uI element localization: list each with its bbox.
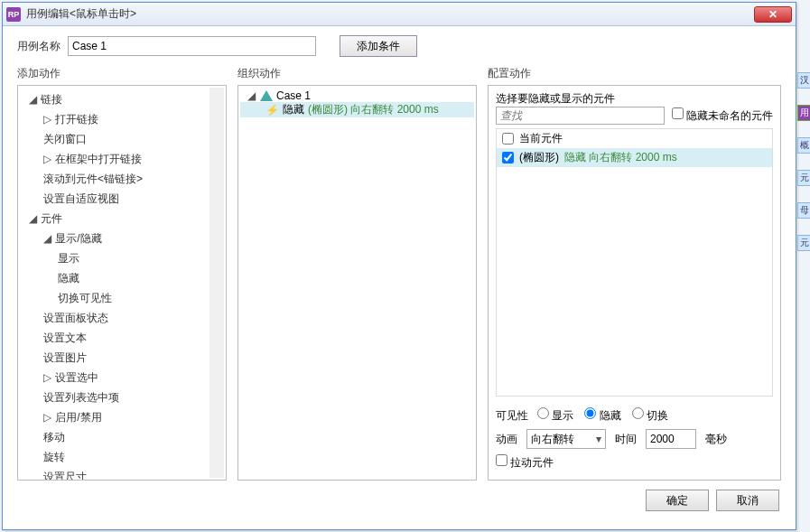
select-widgets-label: 选择要隐藏或显示的元件	[496, 91, 773, 107]
case-row[interactable]: ◢ Case 1	[240, 89, 474, 102]
widget-checkbox[interactable]	[502, 152, 514, 163]
organize-box[interactable]: ◢ Case 1 ⚡ 隐藏 (椭圆形) 向右翻转 2000 ms	[237, 85, 477, 481]
tree-hide[interactable]: 隐藏	[20, 268, 224, 288]
case-editor-dialog: RP 用例编辑<鼠标单击时> ✕ 用例名称 添加条件 添加动作 ◢ 链接 ▷ 打…	[2, 2, 796, 530]
footer: 确定 取消	[3, 481, 796, 520]
radio-toggle[interactable]: 切换	[632, 404, 668, 427]
time-input[interactable]	[646, 429, 696, 449]
window-title: 用例编辑<鼠标单击时>	[26, 6, 754, 22]
organize-title: 组织动作	[237, 62, 477, 85]
close-button[interactable]: ✕	[754, 6, 792, 23]
visibility-radio-group: 显示 隐藏 切换	[537, 404, 668, 427]
close-icon: ✕	[768, 8, 777, 21]
tree-set-image[interactable]: 设置图片	[20, 348, 224, 368]
widget-label: (椭圆形)	[519, 150, 559, 165]
tree-show-hide[interactable]: ◢ 显示/隐藏	[20, 229, 224, 248]
tree-label: 元件	[41, 212, 62, 225]
side-tab[interactable]: 元	[797, 235, 810, 251]
tree-label: 显示/隐藏	[55, 232, 101, 245]
radio-toggle-input[interactable]	[632, 407, 644, 419]
visibility-label: 可见性	[496, 404, 528, 427]
action-tree[interactable]: ◢ 链接 ▷ 打开链接 关闭窗口 ▷ 在框架中打开链接 滚动到元件<锚链接> 设…	[17, 85, 227, 481]
action-row[interactable]: ⚡ 隐藏 (椭圆形) 向右翻转 2000 ms	[240, 102, 474, 117]
hide-unnamed-option[interactable]: 隐藏未命名的元件	[672, 107, 773, 124]
titlebar[interactable]: RP 用例编辑<鼠标单击时> ✕	[3, 3, 796, 26]
action-verb: 隐藏	[283, 102, 304, 117]
side-tab[interactable]: 用	[797, 105, 810, 121]
tree-close-window[interactable]: 关闭窗口	[20, 129, 224, 149]
widget-action-label: 隐藏 向右翻转 2000 ms	[564, 150, 677, 165]
configure-column: 配置动作 选择要隐藏或显示的元件 隐藏未命名的元件 当前元件 (椭圆形) 隐藏 …	[488, 62, 781, 481]
side-tab[interactable]: 概	[797, 137, 810, 154]
radio-show[interactable]: 显示	[537, 404, 573, 427]
cancel-button[interactable]: 取消	[716, 490, 779, 511]
right-side-tabs: 汉 用 概 元 母 元	[797, 72, 810, 251]
add-condition-button[interactable]: 添加条件	[340, 35, 417, 57]
chevron-down-icon: ◢	[43, 229, 52, 248]
tree-scroll-to[interactable]: 滚动到元件<锚链接>	[20, 169, 224, 189]
tree-open-link[interactable]: ▷ 打开链接	[20, 109, 224, 129]
tree-set-selected[interactable]: ▷ 设置选中	[20, 368, 224, 387]
widget-list[interactable]: 当前元件 (椭圆形) 隐藏 向右翻转 2000 ms	[496, 128, 773, 397]
tree-label: 启用/禁用	[55, 411, 101, 424]
case-name-label: 用例名称	[17, 39, 61, 54]
tree-set-size[interactable]: 设置尺寸	[20, 467, 224, 481]
time-unit: 毫秒	[705, 427, 727, 451]
pull-widgets-option[interactable]: 拉动元件	[496, 451, 554, 474]
add-action-title: 添加动作	[17, 62, 227, 85]
chevron-down-icon: ◢	[247, 89, 256, 102]
chevron-down-icon: ◢	[29, 89, 38, 109]
widget-label: 当前元件	[519, 131, 563, 146]
case-name-input[interactable]	[68, 36, 316, 56]
tree-widgets[interactable]: ◢ 元件	[20, 209, 224, 229]
widget-checkbox[interactable]	[502, 133, 514, 145]
tree-show[interactable]: 显示	[20, 248, 224, 268]
tree-adaptive[interactable]: 设置自适应视图	[20, 189, 224, 209]
widget-row-current[interactable]: 当前元件	[497, 129, 772, 148]
scrollbar[interactable]	[209, 88, 224, 478]
time-label: 时间	[615, 427, 637, 451]
case-icon	[260, 90, 273, 101]
hide-unnamed-label: 隐藏未命名的元件	[686, 109, 773, 122]
tree-label: 打开链接	[55, 113, 98, 126]
chevron-down-icon: ◢	[29, 209, 38, 229]
tree-enable-disable[interactable]: ▷ 启用/禁用	[20, 407, 224, 427]
animation-select[interactable]: 向右翻转	[526, 429, 606, 449]
tree-set-text[interactable]: 设置文本	[20, 328, 224, 348]
side-tab[interactable]: 元	[797, 170, 810, 186]
case-label: Case 1	[276, 89, 311, 102]
configure-box: 选择要隐藏或显示的元件 隐藏未命名的元件 当前元件 (椭圆形) 隐藏 向右翻转 …	[488, 85, 781, 481]
action-detail: (椭圆形) 向右翻转 2000 ms	[308, 102, 439, 117]
bolt-icon: ⚡	[265, 104, 279, 117]
tree-move[interactable]: 移动	[20, 427, 224, 447]
tree-set-list-sel[interactable]: 设置列表选中项	[20, 387, 224, 407]
ok-button[interactable]: 确定	[646, 490, 709, 511]
radio-hide[interactable]: 隐藏	[584, 404, 620, 427]
hide-unnamed-checkbox[interactable]	[672, 107, 684, 119]
search-input[interactable]	[496, 107, 665, 125]
chevron-right-icon: ▷	[43, 149, 52, 169]
side-tab[interactable]: 汉	[797, 72, 810, 89]
radio-hide-input[interactable]	[584, 407, 596, 419]
add-action-column: 添加动作 ◢ 链接 ▷ 打开链接 关闭窗口 ▷ 在框架中打开链接 滚动到元件<锚…	[17, 62, 227, 481]
chevron-right-icon: ▷	[43, 407, 52, 427]
side-tab[interactable]: 母	[797, 202, 810, 219]
radio-show-input[interactable]	[537, 407, 549, 419]
organize-column: 组织动作 ◢ Case 1 ⚡ 隐藏 (椭圆形) 向右翻转 2000 ms	[237, 62, 477, 481]
configure-title: 配置动作	[488, 62, 781, 85]
chevron-right-icon: ▷	[43, 368, 52, 387]
options: 可见性 显示 隐藏 切换 动画 向右翻转 时间 毫秒	[496, 397, 773, 474]
tree-label: 设置选中	[55, 371, 98, 384]
tree-panel-state[interactable]: 设置面板状态	[20, 308, 224, 328]
tree-label: 在框架中打开链接	[55, 153, 142, 165]
tree-label: 链接	[41, 93, 62, 106]
chevron-right-icon: ▷	[43, 109, 52, 129]
tree-open-in-frame[interactable]: ▷ 在框架中打开链接	[20, 149, 224, 169]
tree-rotate[interactable]: 旋转	[20, 447, 224, 467]
app-icon: RP	[6, 7, 21, 22]
widget-row-ellipse[interactable]: (椭圆形) 隐藏 向右翻转 2000 ms	[497, 148, 772, 167]
pull-widgets-checkbox[interactable]	[496, 454, 507, 466]
tree-links[interactable]: ◢ 链接	[20, 89, 224, 109]
tree-toggle-vis[interactable]: 切换可见性	[20, 288, 224, 308]
animation-label: 动画	[496, 427, 517, 451]
